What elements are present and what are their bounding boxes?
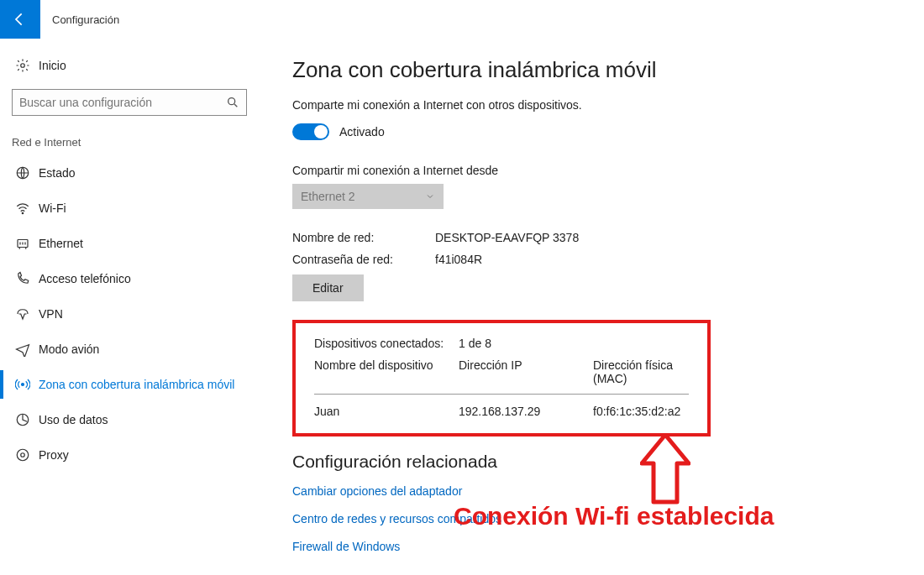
table-row: Juan 192.168.137.29 f0:f6:1c:35:d2:a2 (314, 395, 689, 418)
gear-icon (15, 58, 39, 73)
share-from-dropdown[interactable]: Ethernet 2 (292, 184, 444, 209)
window-title: Configuración (52, 13, 119, 26)
device-name: Juan (314, 405, 459, 418)
content-area: Zona con cobertura inalámbrica móvil Com… (259, 39, 924, 575)
edit-button-label: Editar (312, 281, 344, 295)
phone-icon (15, 271, 39, 286)
share-description: Comparte mi conexión a Internet con otro… (292, 98, 890, 112)
sidebar-item-dialup[interactable]: Acceso telefónico (0, 261, 259, 296)
share-from-value: Ethernet 2 (301, 190, 355, 203)
sidebar-item-ethernet[interactable]: Ethernet (0, 226, 259, 261)
devices-col-name: Nombre del dispositivo (314, 358, 459, 385)
sidebar-item-estado[interactable]: Estado (0, 155, 259, 191)
sidebar-item-airplane[interactable]: Modo avión (0, 332, 259, 367)
window-header: Configuración (0, 0, 924, 39)
search-icon (226, 96, 239, 109)
svg-point-8 (21, 453, 25, 457)
network-name-label: Nombre de red: (292, 231, 435, 244)
devices-table: Nombre del dispositivo Dirección IP Dire… (314, 358, 689, 418)
toggle-label: Activado (339, 125, 385, 139)
chevron-down-icon (425, 191, 435, 201)
sidebar-section-label: Red e Internet (0, 116, 259, 155)
sidebar-item-vpn[interactable]: VPN (0, 296, 259, 332)
link-adapter-options[interactable]: Cambiar opciones del adaptador (292, 484, 462, 498)
toggle-knob (314, 125, 328, 139)
vpn-icon (15, 306, 39, 321)
connected-devices-box: Dispositivos conectados: 1 de 8 Nombre d… (292, 320, 711, 436)
edit-button[interactable]: Editar (292, 274, 364, 301)
proxy-icon (15, 447, 39, 463)
network-name-value: DESKTOP-EAAVFQP 3378 (435, 231, 579, 244)
device-ip: 192.168.137.29 (459, 405, 593, 418)
back-button[interactable] (0, 0, 40, 39)
device-mac: f0:f6:1c:35:d2:a2 (593, 405, 689, 418)
airplane-icon (15, 342, 39, 357)
sidebar-item-wifi[interactable]: Wi-Fi (0, 191, 259, 226)
devices-connected-label: Dispositivos conectados: (314, 337, 459, 350)
wifi-icon (15, 201, 39, 216)
sidebar: Inicio Red e Internet Estado Wi-Fi Ether… (0, 39, 259, 575)
hotspot-toggle[interactable] (292, 123, 329, 140)
sidebar-item-label: Wi-Fi (39, 201, 66, 215)
svg-point-5 (22, 384, 24, 386)
svg-point-7 (17, 449, 29, 461)
sidebar-item-label: Zona con cobertura inalámbrica móvil (39, 378, 234, 391)
ethernet-icon (15, 236, 39, 251)
sidebar-item-label: Acceso telefónico (39, 272, 131, 285)
sidebar-home[interactable]: Inicio (0, 50, 259, 81)
svg-point-1 (228, 98, 235, 105)
data-usage-icon (15, 412, 39, 427)
sidebar-item-label: Proxy (39, 448, 69, 462)
network-password-label: Contraseña de red: (292, 253, 435, 266)
svg-point-3 (22, 212, 24, 214)
page-title: Zona con cobertura inalámbrica móvil (292, 57, 890, 83)
globe-icon (15, 165, 39, 180)
sidebar-home-label: Inicio (39, 59, 66, 72)
devices-col-mac: Dirección física (MAC) (593, 358, 689, 385)
hotspot-icon (15, 377, 39, 392)
sidebar-item-label: Ethernet (39, 237, 83, 250)
link-network-center[interactable]: Centro de redes y recursos compartidos (292, 512, 501, 525)
sidebar-item-data-usage[interactable]: Uso de datos (0, 402, 259, 437)
svg-point-0 (21, 64, 25, 68)
devices-connected-count: 1 de 8 (459, 337, 491, 350)
search-input-wrap[interactable] (12, 89, 247, 116)
share-from-label: Compartir mi conexión a Internet desde (292, 164, 890, 177)
sidebar-item-label: Estado (39, 166, 76, 180)
arrow-left-icon (12, 11, 29, 28)
link-windows-firewall[interactable]: Firewall de Windows (292, 540, 400, 553)
sidebar-item-label: Uso de datos (39, 413, 108, 426)
network-password-value: f41i084R (435, 253, 482, 266)
search-input[interactable] (19, 96, 226, 109)
sidebar-item-proxy[interactable]: Proxy (0, 437, 259, 473)
devices-col-ip: Dirección IP (459, 358, 593, 385)
sidebar-item-label: VPN (39, 307, 63, 321)
related-title: Configuración relacionada (292, 452, 890, 472)
sidebar-item-label: Modo avión (39, 342, 99, 356)
sidebar-item-hotspot[interactable]: Zona con cobertura inalámbrica móvil (0, 367, 259, 402)
